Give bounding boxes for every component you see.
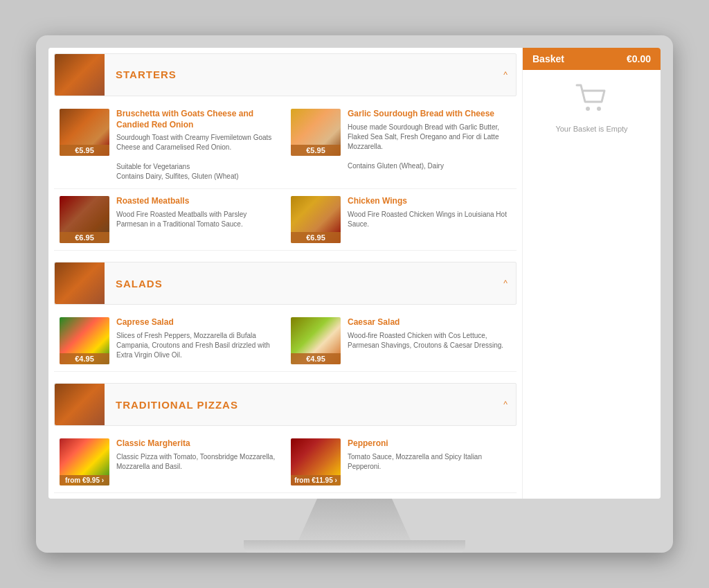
meatballs-price: €6.95: [60, 232, 109, 243]
list-item[interactable]: from €9.95 › Classic Margherita Classic …: [54, 431, 285, 493]
garlic-text: Garlic Sourdough Bread with Cheese House…: [348, 109, 511, 171]
starters-header-image: [55, 54, 105, 96]
svg-point-0: [586, 107, 590, 111]
garlic-price: €5.95: [291, 145, 341, 156]
caesar-desc: Wood-fire Roasted Chicken with Cos Lettu…: [348, 331, 511, 350]
salads-items-grid: €4.95 Caprese Salad Slices of Fresh Pepp…: [48, 305, 522, 377]
svg-point-1: [597, 107, 601, 111]
garlic-desc: House made Sourdough Bread with Garlic B…: [348, 123, 511, 171]
pepperoni-desc: Tomato Sauce, Mozzarella and Spicy Itali…: [348, 452, 511, 472]
starters-section-header[interactable]: STARTERS ^: [54, 53, 517, 96]
meatballs-name: Roasted Meatballs: [116, 196, 280, 207]
margherita-desc: Classic Pizza with Tomato, Toonsbridge M…: [116, 452, 280, 472]
bruschetta-desc: Sourdough Toast with Creamy Fivemiletown…: [116, 133, 280, 181]
list-item[interactable]: €6.95 Chicken Wings Wood Fire Roasted Ch…: [285, 189, 517, 251]
basket-total: €0.00: [627, 53, 651, 64]
basket-empty-label: Your Basket is Empty: [555, 125, 627, 133]
pizzas-chevron-icon[interactable]: ^: [495, 400, 516, 409]
meatballs-text: Roasted Meatballs Wood Fire Roasted Meat…: [116, 196, 280, 229]
monitor: STARTERS ^ €5.95 Bruschetta with Goats C…: [36, 35, 673, 553]
item-image-wrap: €6.95: [291, 196, 341, 243]
list-item[interactable]: €5.95 Bruschetta with Goats Cheese and C…: [54, 102, 285, 189]
list-item[interactable]: €6.95 Roasted Meatballs Wood Fire Roaste…: [54, 189, 285, 251]
pepperoni-price: from €11.95 ›: [291, 475, 341, 485]
list-item[interactable]: from €11.95 › Pepperoni Tomato Sauce, Mo…: [285, 431, 517, 493]
list-item[interactable]: €4.95 Caprese Salad Slices of Fresh Pepp…: [54, 310, 285, 372]
list-item[interactable]: €5.95 Garlic Sourdough Bread with Cheese…: [285, 102, 517, 189]
list-item[interactable]: €4.95 Caesar Salad Wood-fire Roasted Chi…: [285, 310, 517, 372]
chicken-text: Chicken Wings Wood Fire Roasted Chicken …: [348, 196, 511, 229]
garlic-name: Garlic Sourdough Bread with Cheese: [348, 109, 511, 120]
pizzas-title: TRADITIONAL PIZZAS: [105, 399, 495, 411]
margherita-price: from €9.95 ›: [60, 475, 109, 485]
caprese-name: Caprese Salad: [116, 317, 280, 328]
basket-panel: Basket €0.00 Your Basket is Empty: [522, 48, 661, 499]
item-image-wrap: €5.95: [60, 109, 109, 156]
pizzas-section-header[interactable]: TRADITIONAL PIZZAS ^: [54, 383, 517, 426]
caprese-price: €4.95: [60, 353, 109, 364]
pepperoni-name: Pepperoni: [348, 438, 511, 449]
chicken-desc: Wood Fire Roasted Chicken Wings in Louis…: [348, 210, 511, 229]
meatballs-desc: Wood Fire Roasted Meatballs with Parsley…: [116, 210, 280, 229]
starters-items-grid: €5.95 Bruschetta with Goats Cheese and C…: [48, 96, 522, 256]
item-image-wrap: €4.95: [291, 317, 341, 364]
caprese-desc: Slices of Fresh Peppers, Mozzarella di B…: [116, 331, 280, 360]
monitor-base: [244, 540, 465, 553]
pepperoni-text: Pepperoni Tomato Sauce, Mozzarella and S…: [348, 438, 511, 472]
screen: STARTERS ^ €5.95 Bruschetta with Goats C…: [48, 48, 661, 499]
basket-body: Your Basket is Empty: [523, 70, 661, 147]
basket-title: Basket: [532, 53, 564, 64]
item-image-wrap: €6.95: [60, 196, 109, 243]
caesar-text: Caesar Salad Wood-fire Roasted Chicken w…: [348, 317, 511, 350]
salads-section-header[interactable]: SALADS ^: [54, 262, 517, 305]
pizzas-header-image: [55, 384, 105, 425]
bruschetta-price: €5.95: [60, 145, 109, 156]
item-image-wrap: €5.95: [291, 109, 341, 156]
bruschetta-text: Bruschetta with Goats Cheese and Candied…: [116, 109, 280, 181]
item-image-wrap: €4.95: [60, 317, 109, 364]
monitor-stand: [292, 499, 417, 540]
cart-icon: [575, 84, 609, 119]
caesar-price: €4.95: [291, 353, 341, 364]
caesar-name: Caesar Salad: [348, 317, 511, 328]
starters-chevron-icon[interactable]: ^: [495, 70, 516, 80]
basket-header: Basket €0.00: [523, 48, 661, 70]
item-image-wrap: from €11.95 ›: [291, 438, 341, 485]
margherita-name: Classic Margherita: [116, 438, 280, 449]
starters-title: STARTERS: [105, 69, 495, 80]
caprese-text: Caprese Salad Slices of Fresh Peppers, M…: [116, 317, 280, 360]
margherita-text: Classic Margherita Classic Pizza with To…: [116, 438, 280, 472]
pizzas-items-grid: from €9.95 › Classic Margherita Classic …: [48, 426, 522, 499]
chicken-price: €6.95: [291, 232, 341, 243]
salads-header-image: [55, 262, 105, 304]
item-image-wrap: from €9.95 ›: [60, 438, 109, 485]
salads-chevron-icon[interactable]: ^: [495, 278, 516, 288]
chicken-name: Chicken Wings: [348, 196, 511, 207]
salads-title: SALADS: [105, 278, 495, 289]
bruschetta-name: Bruschetta with Goats Cheese and Candied…: [116, 109, 280, 130]
main-content: STARTERS ^ €5.95 Bruschetta with Goats C…: [48, 48, 522, 499]
